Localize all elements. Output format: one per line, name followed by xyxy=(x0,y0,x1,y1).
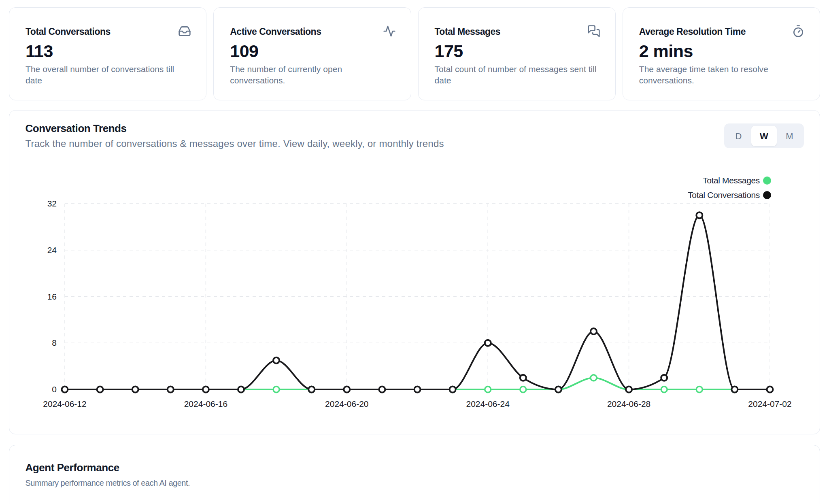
svg-text:2024-06-28: 2024-06-28 xyxy=(607,399,650,408)
svg-text:24: 24 xyxy=(47,245,57,254)
svg-text:2024-06-20: 2024-06-20 xyxy=(325,399,368,408)
svg-text:16: 16 xyxy=(47,291,56,301)
svg-text:32: 32 xyxy=(47,199,56,208)
svg-text:2024-06-12: 2024-06-12 xyxy=(43,399,86,408)
svg-text:2024-07-02: 2024-07-02 xyxy=(748,399,791,408)
svg-text:8: 8 xyxy=(52,338,57,347)
svg-text:2024-06-16: 2024-06-16 xyxy=(184,399,227,408)
svg-text:0: 0 xyxy=(52,385,57,394)
svg-text:2024-06-24: 2024-06-24 xyxy=(466,399,510,408)
